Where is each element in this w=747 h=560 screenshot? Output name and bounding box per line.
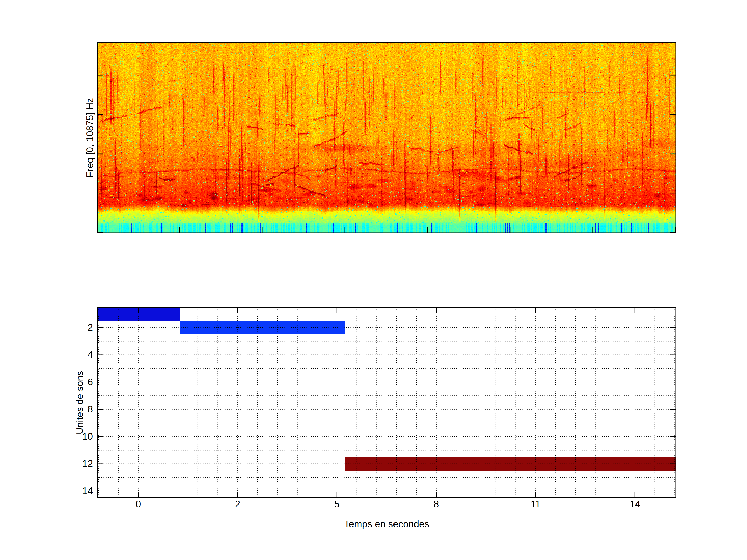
y-tick-label-12: 12 <box>59 458 93 469</box>
y-tick-label-6: 6 <box>59 377 93 388</box>
spectrogram-plot-area <box>97 42 676 233</box>
y-tick-label-8: 8 <box>59 404 93 415</box>
spectrogram-border <box>97 42 676 233</box>
x-tick-label-14: 14 <box>629 499 640 510</box>
x-tick-label-8: 8 <box>434 499 439 510</box>
time-x-axis-label: Temps en secondes <box>344 519 429 530</box>
y-tick-label-4: 4 <box>59 349 93 361</box>
matlab-figure: Freq [0, 10875] Hz Unites de sons Temps … <box>0 0 747 560</box>
x-tick-label-0: 0 <box>136 499 141 510</box>
sound-units-chart <box>97 307 676 498</box>
x-tick-label-11: 11 <box>531 499 541 510</box>
x-tick-label-2: 2 <box>235 499 240 510</box>
y-tick-label-14: 14 <box>59 486 93 497</box>
spectrogram-y-axis-label: Freq [0, 10875] Hz <box>84 98 96 177</box>
spectrogram-axes-overlay <box>97 42 676 233</box>
y-tick-label-2: 2 <box>59 322 93 333</box>
sound-units-plot-area <box>97 307 676 498</box>
y-tick-label-10: 10 <box>59 431 93 442</box>
x-tick-label-5: 5 <box>334 499 340 510</box>
